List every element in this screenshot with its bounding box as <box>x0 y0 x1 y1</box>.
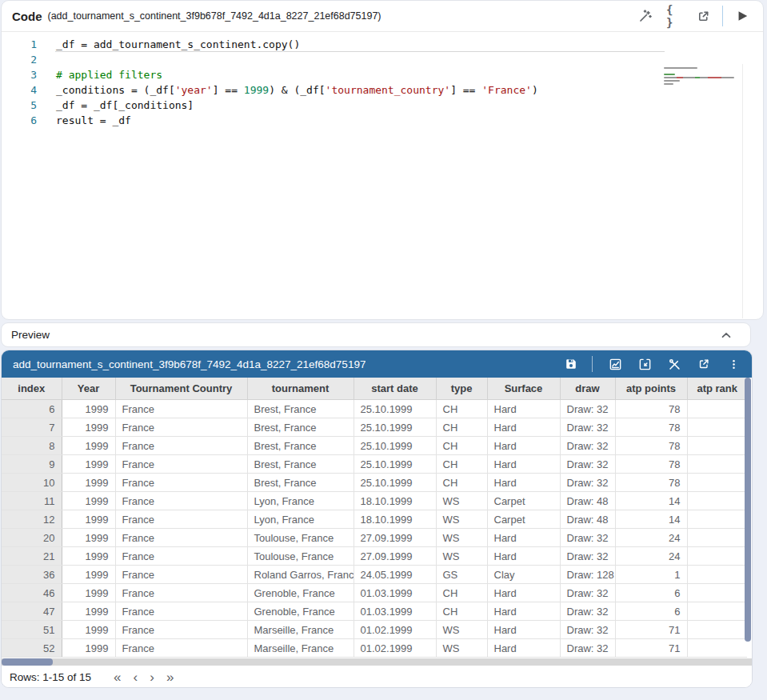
line-number: 2 <box>2 52 37 67</box>
line-chart-icon[interactable] <box>608 357 622 371</box>
code-line[interactable] <box>56 52 763 67</box>
previous-page-button[interactable]: ‹ <box>134 670 138 684</box>
table-cell: Draw: 128 <box>560 566 615 584</box>
column-header[interactable]: Tournament Country <box>115 378 247 400</box>
more-options-icon[interactable] <box>726 357 741 371</box>
table-cell: 9 <box>2 455 62 474</box>
code-line[interactable]: _df = _df[_conditions] <box>56 98 763 113</box>
table-cell: Draw: 32 <box>560 584 615 602</box>
table-cell: France <box>115 621 247 639</box>
vertical-scrollbar[interactable] <box>745 378 752 658</box>
column-header[interactable]: tournament <box>247 378 354 400</box>
table-cell: WS <box>436 547 487 566</box>
table-cell: 78 <box>615 455 687 474</box>
table-cell: CH <box>436 455 487 474</box>
table-cell: Brest, France <box>247 437 354 455</box>
code-editor[interactable]: 123456 _df = add_tournament_s_continent.… <box>2 32 763 320</box>
table-cell: 20 <box>2 529 62 547</box>
table-cell: WS <box>436 621 487 639</box>
table-cell: France <box>115 547 247 566</box>
table-cell: 14 <box>615 492 687 510</box>
table-cell: 25.10.1999 <box>354 474 436 492</box>
code-line[interactable]: result = _df <box>56 113 763 128</box>
header-divider <box>592 356 593 372</box>
collapse-chevron-up-icon[interactable] <box>720 329 733 342</box>
table-cell: CH <box>436 400 487 418</box>
code-line[interactable]: _df = add_tournament_s_continent.copy() <box>56 37 763 52</box>
table-row: 471999FranceGrenoble, France01.03.1999CH… <box>2 602 747 621</box>
tools-icon[interactable] <box>667 357 681 371</box>
line-number: 3 <box>2 67 37 82</box>
table-cell: WS <box>436 510 487 529</box>
table-cell <box>687 510 747 529</box>
braces-icon[interactable]: { } <box>666 8 682 24</box>
table-cell: Hard <box>487 418 560 437</box>
table-cell: 1999 <box>62 437 115 455</box>
column-header[interactable]: start date <box>354 378 436 400</box>
code-panel: Code (add_tournament_s_continent_3f9b678… <box>1 0 764 320</box>
table-row: 511999FranceMarseille, France01.02.1999W… <box>2 621 747 639</box>
preview-bar[interactable]: Preview <box>1 322 751 347</box>
table-cell: Grenoble, France <box>247 602 354 621</box>
table-cell <box>687 621 747 639</box>
table-cell: Lyon, France <box>247 510 354 529</box>
table-row: 81999FranceBrest, France25.10.1999CHHard… <box>2 437 747 455</box>
table-cell: Draw: 48 <box>560 492 615 510</box>
table-cell: Draw: 32 <box>560 639 615 658</box>
table-row: 121999FranceLyon, France18.10.1999WSCarp… <box>2 510 747 529</box>
add-to-report-icon[interactable] <box>637 357 652 371</box>
vertical-scrollbar-thumb[interactable] <box>745 378 751 642</box>
open-in-new-icon[interactable] <box>695 8 711 24</box>
open-in-new-icon[interactable] <box>697 357 711 371</box>
table-cell: Draw: 32 <box>560 455 615 474</box>
code-line[interactable]: _conditions = (_df['year'] == 1999) & (_… <box>56 82 763 98</box>
table-row: 361999FranceRoland Garros, France24.05.1… <box>2 566 747 584</box>
code-line[interactable]: # applied filters <box>56 67 763 82</box>
table-cell: Toulouse, France <box>247 547 354 566</box>
next-page-button[interactable]: › <box>150 670 154 684</box>
table-row: 111999FranceLyon, France18.10.1999WSCarp… <box>2 492 747 510</box>
table-cell: 1999 <box>62 639 115 658</box>
table-cell: Hard <box>487 400 560 418</box>
horizontal-scrollbar[interactable] <box>2 658 752 666</box>
column-header[interactable]: type <box>436 378 487 400</box>
run-icon[interactable] <box>734 8 750 24</box>
table-scroll-area[interactable]: indexYearTournament Countrytournamentsta… <box>2 378 752 658</box>
table-row: 461999FranceGrenoble, France01.03.1999CH… <box>2 584 747 602</box>
horizontal-scrollbar-thumb[interactable] <box>2 658 53 666</box>
table-cell: CH <box>436 584 487 602</box>
table-cell: WS <box>436 529 487 547</box>
table-header-row: indexYearTournament Countrytournamentsta… <box>2 378 747 400</box>
magic-wand-icon[interactable] <box>637 8 653 24</box>
minimap[interactable] <box>664 67 737 86</box>
last-page-button[interactable]: » <box>166 670 174 684</box>
table-cell: 25.10.1999 <box>354 418 436 437</box>
table-cell: 1999 <box>62 418 115 437</box>
result-table-panel: add_tournament_s_continent_3f9b678f_7492… <box>1 350 753 688</box>
column-header[interactable]: Surface <box>487 378 560 400</box>
pagination: « ‹ › » <box>114 670 174 684</box>
table-cell: Draw: 32 <box>560 547 615 566</box>
table-cell: 25.10.1999 <box>354 437 436 455</box>
rows-count-label: Rows: 1-15 of 15 <box>10 671 91 683</box>
column-header[interactable]: index <box>2 378 62 400</box>
table-cell: Carpet <box>487 492 560 510</box>
column-header[interactable]: atp points <box>615 378 687 400</box>
first-page-button[interactable]: « <box>114 670 121 684</box>
table-cell: Lyon, France <box>247 492 354 510</box>
table-cell: Hard <box>487 639 560 658</box>
save-icon[interactable] <box>564 357 578 371</box>
table-cell: Carpet <box>487 510 560 529</box>
column-header[interactable]: Year <box>62 378 115 400</box>
column-header[interactable]: atp rank <box>687 378 747 400</box>
table-cell: 1999 <box>62 566 115 584</box>
table-cell: Clay <box>487 566 560 584</box>
line-number: 5 <box>2 98 37 113</box>
table-cell: WS <box>436 492 487 510</box>
table-cell: 25.10.1999 <box>354 400 436 418</box>
code-lines[interactable]: _df = add_tournament_s_continent.copy() … <box>56 37 763 128</box>
table-cell: France <box>115 418 247 437</box>
table-cell <box>687 584 747 602</box>
table-row: 71999FranceBrest, France25.10.1999CHHard… <box>2 418 747 437</box>
column-header[interactable]: draw <box>560 378 615 400</box>
